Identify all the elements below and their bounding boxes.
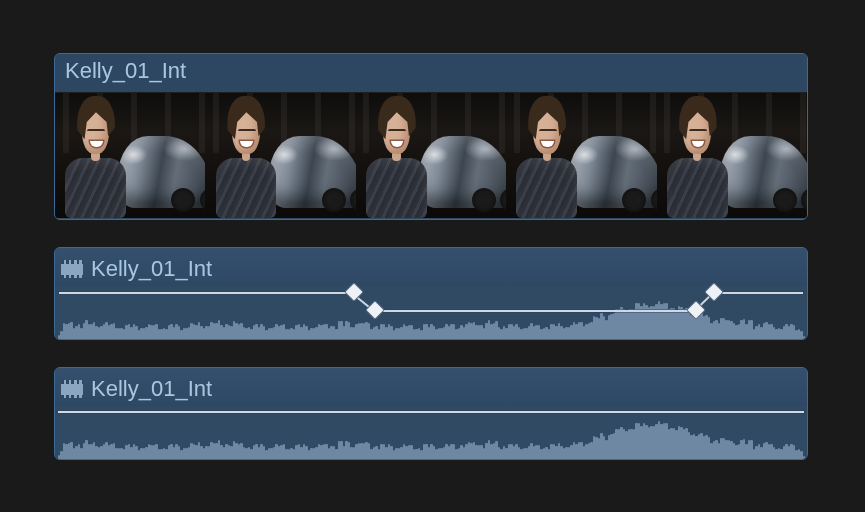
filmstrip-frame (657, 93, 807, 218)
audio-clip-a-waveform-area[interactable] (55, 286, 807, 339)
video-clip-title: Kelly_01_Int (65, 58, 186, 83)
filmstrip-frame (506, 93, 656, 218)
audio-clip-b-title: Kelly_01_Int (91, 376, 212, 402)
audio-clip-a-title: Kelly_01_Int (91, 256, 212, 282)
video-clip[interactable]: Kelly_01_Int (54, 53, 808, 220)
film-icon (61, 380, 83, 398)
audio-clip-b-waveform (55, 406, 807, 459)
video-filmstrip (55, 92, 807, 218)
audio-clip-a-title-bar: Kelly_01_Int (55, 248, 807, 286)
filmstrip-frame (205, 93, 355, 218)
audio-clip-b-level-line[interactable] (58, 411, 804, 413)
audio-clip-a[interactable]: Kelly_01_Int (54, 247, 808, 340)
filmstrip-frame (356, 93, 506, 218)
video-clip-title-bar: Kelly_01_Int (55, 54, 807, 92)
audio-clip-b-waveform-area[interactable] (55, 406, 807, 459)
film-icon (61, 260, 83, 278)
audio-clip-b[interactable]: Kelly_01_Int (54, 367, 808, 460)
audio-clip-b-title-bar: Kelly_01_Int (55, 368, 807, 406)
timeline-tracks: Kelly_01_Int Kelly_01_Int Kelly_01_Int (54, 53, 808, 460)
filmstrip-frame (55, 93, 205, 218)
